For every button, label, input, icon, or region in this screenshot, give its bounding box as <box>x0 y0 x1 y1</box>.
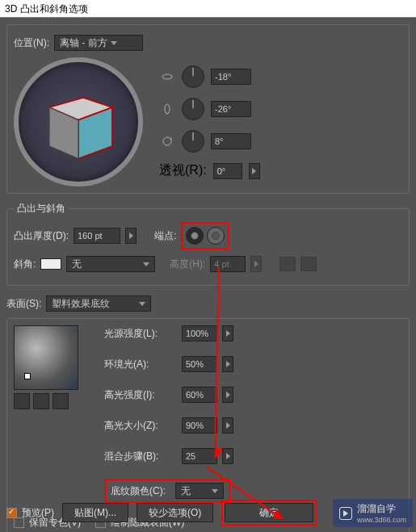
blend-input[interactable] <box>182 448 217 464</box>
rot-y-input[interactable] <box>211 101 251 117</box>
map-art-button[interactable]: 贴图(M)... <box>62 503 128 522</box>
cap-highlight <box>181 222 229 249</box>
bevel-in-button <box>279 257 296 271</box>
light-preview[interactable] <box>14 325 78 390</box>
position-dropdown[interactable]: 离轴 - 前方 <box>54 35 143 51</box>
rot-x-input[interactable] <box>211 69 251 85</box>
bevel-dropdown[interactable]: 无 <box>66 256 155 272</box>
light-delete-button[interactable] <box>53 393 69 409</box>
shading-color-label: 底纹颜色(C): <box>111 484 166 498</box>
surface-dropdown[interactable]: 塑料效果底纹 <box>46 295 151 312</box>
position-value: 离轴 - 前方 <box>60 36 107 50</box>
perspective-label: 透视(R): <box>159 162 207 179</box>
rotate-z-icon <box>159 133 175 149</box>
svg-point-5 <box>163 137 171 145</box>
cap-on-button[interactable] <box>207 227 225 245</box>
light-intensity-input[interactable] <box>182 325 217 341</box>
watermark-url: www.3d66.com <box>357 516 406 524</box>
depth-label: 凸出厚度(D): <box>14 229 69 243</box>
bevel-swatch <box>40 258 61 270</box>
light-intensity-label: 光源强度(L): <box>104 327 177 341</box>
height-stepper <box>250 256 262 272</box>
ambient-label: 环境光(A): <box>104 358 177 371</box>
chevron-down-icon <box>212 489 218 493</box>
cap-off-button[interactable] <box>186 227 204 245</box>
highlight-intensity-input[interactable] <box>182 387 217 403</box>
cube-preview[interactable] <box>14 57 143 186</box>
window-titlebar: 3D 凸出和斜角选项 <box>0 0 416 18</box>
checkbox-checked-icon <box>6 508 17 518</box>
dial-z[interactable] <box>182 130 204 153</box>
bevel-label: 斜角: <box>14 258 36 271</box>
highlight-intensity-stepper[interactable] <box>222 387 233 403</box>
rotate-y-icon <box>159 101 175 117</box>
perspective-stepper[interactable] <box>249 163 260 179</box>
depth-input[interactable] <box>74 228 120 244</box>
cap-label: 端点: <box>154 229 176 243</box>
blend-label: 混合步骤(B): <box>104 450 177 463</box>
highlight-intensity-label: 高光强度(I): <box>104 388 177 402</box>
surface-label: 表面(S): <box>6 297 41 311</box>
shading-color-value: 无 <box>181 484 191 498</box>
highlight-size-input[interactable] <box>182 417 217 434</box>
extrude-legend: 凸出与斜角 <box>14 202 69 216</box>
chevron-down-icon <box>143 262 149 266</box>
dial-x[interactable] <box>182 65 204 88</box>
chevron-down-icon <box>139 302 145 306</box>
blend-stepper[interactable] <box>222 448 233 464</box>
ambient-stepper[interactable] <box>222 356 233 372</box>
extrude-fieldset: 凸出与斜角 凸出厚度(D): 端点: 斜角: 无 <box>6 202 410 286</box>
surface-value: 塑料效果底纹 <box>52 297 110 311</box>
fewer-options-button[interactable]: 较少选项(O) <box>137 503 213 522</box>
ok-button[interactable]: 确定 <box>225 503 313 522</box>
bevel-value: 无 <box>72 258 82 271</box>
rot-z-input[interactable] <box>211 133 251 149</box>
light-new-button[interactable] <box>33 393 49 409</box>
height-input <box>210 256 246 272</box>
perspective-input[interactable] <box>213 163 242 179</box>
ok-highlight: 确定 <box>221 500 317 526</box>
light-back-button[interactable] <box>14 393 30 409</box>
watermark: 溜溜自学 www.3d66.com <box>333 499 413 527</box>
dial-y[interactable] <box>182 98 204 120</box>
depth-stepper[interactable] <box>125 228 137 244</box>
cube-icon <box>30 73 127 170</box>
highlight-size-stepper[interactable] <box>222 417 233 434</box>
watermark-text: 溜溜自学 <box>357 502 406 516</box>
preview-label: 预览(P) <box>22 506 54 520</box>
chevron-down-icon <box>111 41 117 45</box>
light-intensity-stepper[interactable] <box>222 325 233 341</box>
highlight-size-label: 高光大小(Z): <box>104 419 177 433</box>
play-icon <box>339 507 352 520</box>
light-point[interactable] <box>24 373 31 379</box>
preview-checkbox[interactable]: 预览(P) <box>6 506 54 520</box>
shading-color-dropdown[interactable]: 无 <box>175 483 224 499</box>
position-fieldset: 位置(N): 离轴 - 前方 <box>6 24 410 194</box>
rotate-x-icon <box>159 69 175 85</box>
ambient-input[interactable] <box>182 356 217 372</box>
height-label: 高度(H): <box>170 258 205 271</box>
position-label: 位置(N): <box>14 36 49 50</box>
bevel-out-button <box>300 257 317 271</box>
